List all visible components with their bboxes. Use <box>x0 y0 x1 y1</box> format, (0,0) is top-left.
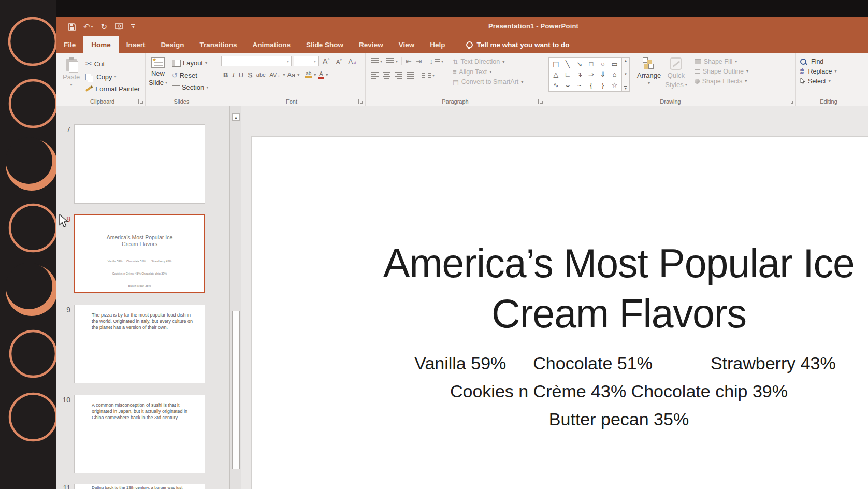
drawing-dialog-launcher[interactable] <box>789 99 793 104</box>
shape-elbow-connector[interactable]: ∟ <box>565 71 571 78</box>
tab-help[interactable]: Help <box>422 36 453 53</box>
shape-text-box[interactable]: ▤ <box>553 61 559 67</box>
shape-down-arrow[interactable]: ⇓ <box>600 71 606 78</box>
paste-dropdown-icon[interactable]: ▾ <box>70 82 73 87</box>
shape-right-arrow[interactable]: ⇒ <box>588 71 594 78</box>
shape-outline-button[interactable]: Shape Outline ▾ <box>693 66 749 76</box>
columns-dropdown-icon[interactable]: ▾ <box>432 73 435 78</box>
slide-thumbnail-7[interactable] <box>74 124 205 204</box>
replace-button[interactable]: ab ac Replace ▾ <box>799 66 859 76</box>
shape-effects-button[interactable]: Shape Effects ▾ <box>693 76 749 86</box>
align-center-button[interactable] <box>381 70 393 80</box>
align-left-button[interactable] <box>369 70 381 80</box>
font-name-combobox[interactable]: ▾ <box>221 56 292 66</box>
font-color-button[interactable]: A <box>316 70 326 79</box>
undo-dropdown-icon[interactable]: ▾ <box>91 25 93 29</box>
slide-thumbnail-9[interactable]: The pizza is by far the most popular foo… <box>74 305 205 383</box>
italic-button[interactable]: I <box>230 70 236 79</box>
section-dropdown-icon[interactable]: ▾ <box>206 84 208 91</box>
decrease-indent-button[interactable]: ⇤ <box>403 56 414 66</box>
bullets-dropdown-icon[interactable]: ▾ <box>380 59 382 64</box>
start-from-beginning-button[interactable] <box>115 23 123 30</box>
numbering-dropdown-icon[interactable]: ▾ <box>396 59 398 64</box>
paste-button[interactable]: Paste ▾ <box>63 56 80 95</box>
grow-font-button[interactable]: A˄ <box>321 56 332 66</box>
tab-slide-show[interactable]: Slide Show <box>298 36 351 53</box>
shape-triangle[interactable]: △ <box>553 71 558 78</box>
font-name-dropdown-icon[interactable]: ▾ <box>287 59 289 64</box>
customize-qat-button[interactable]: ▾ <box>131 24 135 30</box>
shape-elbow-arrow-connector[interactable]: ↴ <box>576 71 582 78</box>
font-color-dropdown-icon[interactable]: ▾ <box>326 73 328 77</box>
shape-gallery-scroll-up[interactable]: ▲ <box>624 59 627 62</box>
numbering-button[interactable]: ▾ <box>384 56 400 66</box>
text-shadow-button[interactable]: S <box>245 70 254 79</box>
tab-design[interactable]: Design <box>153 36 192 53</box>
line-spacing-dropdown-icon[interactable]: ▾ <box>441 59 443 64</box>
shape-line-arrow[interactable]: ↘ <box>576 61 582 67</box>
undo-button[interactable]: ↶ ▾ <box>83 23 93 31</box>
shape-scribble[interactable]: ∿ <box>553 82 559 89</box>
section-button[interactable]: Section ▾ <box>170 81 210 94</box>
tab-insert[interactable]: Insert <box>119 36 153 53</box>
shape-fill-button[interactable]: Shape Fill ▾ <box>693 56 749 66</box>
slide-thumbnail-8[interactable]: America’s Most Popular Ice Cream Flavors… <box>74 214 205 293</box>
align-text-button[interactable]: ≡ Align Text ▾ <box>452 67 524 77</box>
replace-dropdown-icon[interactable]: ▾ <box>834 69 836 74</box>
shape-line[interactable]: ╲ <box>566 61 570 67</box>
font-size-combobox[interactable]: ▾ <box>294 56 319 66</box>
shrink-font-button[interactable]: A˅ <box>334 57 344 65</box>
tell-me-box[interactable]: Tell me what you want to do <box>466 36 569 53</box>
line-spacing-button[interactable]: ↕ ▾ <box>428 56 446 66</box>
justify-button[interactable] <box>404 70 416 80</box>
strikethrough-button[interactable]: abc <box>254 71 268 78</box>
slide-thumbnail-11[interactable]: Dating back to the 13th century, a burge… <box>74 484 205 489</box>
character-spacing-button[interactable]: AV↔ <box>268 71 283 78</box>
copy-dropdown-icon[interactable]: ▾ <box>114 74 117 80</box>
select-dropdown-icon[interactable]: ▾ <box>829 79 831 83</box>
shape-right-brace[interactable]: } <box>602 82 604 89</box>
thumbnail-scroll-up-button[interactable]: ▲ <box>232 113 240 121</box>
shape-oval[interactable]: ○ <box>601 61 605 67</box>
columns-button[interactable]: ▾ <box>420 71 437 79</box>
highlight-color-button[interactable]: ab <box>303 70 314 79</box>
tab-transitions[interactable]: Transitions <box>192 36 245 53</box>
bullets-button[interactable]: ▾ <box>369 56 384 66</box>
slide-title-placeholder[interactable]: America’s Most Popular Ice Cream Flavors <box>252 238 868 339</box>
change-case-dropdown-icon[interactable]: ▾ <box>297 73 299 77</box>
layout-dropdown-icon[interactable]: ▾ <box>205 60 207 66</box>
shape-freeform[interactable]: ⌂ <box>613 71 617 78</box>
font-dialog-launcher[interactable] <box>358 99 363 104</box>
save-button[interactable] <box>68 23 76 31</box>
clipboard-dialog-launcher[interactable] <box>138 99 143 104</box>
tab-home[interactable]: Home <box>83 36 119 53</box>
slide-canvas[interactable]: America’s Most Popular Ice Cream Flavors… <box>251 136 868 489</box>
bold-button[interactable]: B <box>221 70 230 79</box>
shape-curve[interactable]: ~ <box>577 82 582 89</box>
format-painter-button[interactable]: Format Painter <box>84 83 141 95</box>
change-case-button[interactable]: Aa <box>285 70 297 79</box>
shape-rounded-rectangle[interactable]: ▭ <box>612 61 618 67</box>
new-slide-button[interactable]: ★ New Slide ▾ <box>149 56 167 94</box>
shape-rectangle[interactable]: □ <box>589 61 593 67</box>
shape-arc[interactable]: ⌣ <box>566 82 570 89</box>
tab-animations[interactable]: Animations <box>245 36 299 53</box>
slide-body-placeholder[interactable]: Vanilla 59% Chocolate 51% Strawberry 43%… <box>252 349 868 433</box>
clear-formatting-button[interactable]: A◢ <box>346 57 358 66</box>
slide-thumbnail-10[interactable]: A common misconception of sushi is that … <box>74 395 205 473</box>
arrange-dropdown-icon[interactable]: ▾ <box>648 81 650 85</box>
redo-button[interactable]: ↻ <box>101 23 108 31</box>
quick-styles-button[interactable]: Quick Styles ▾ <box>665 56 687 89</box>
align-right-button[interactable] <box>393 70 404 80</box>
text-direction-button[interactable]: ⇅ Text Direction ▾ <box>452 56 524 67</box>
shape-left-brace[interactable]: { <box>590 82 592 89</box>
new-slide-dropdown-icon[interactable]: ▾ <box>165 80 167 85</box>
layout-button[interactable]: Layout ▾ <box>170 57 210 69</box>
paragraph-dialog-launcher[interactable] <box>538 99 543 104</box>
tab-review[interactable]: Review <box>351 36 391 53</box>
underline-button[interactable]: U <box>237 70 245 79</box>
select-button[interactable]: Select ▾ <box>799 76 859 86</box>
tab-view[interactable]: View <box>391 36 423 53</box>
arrange-button[interactable]: Arrange ▾ <box>637 56 661 85</box>
increase-indent-button[interactable]: ⇥ <box>414 56 424 66</box>
